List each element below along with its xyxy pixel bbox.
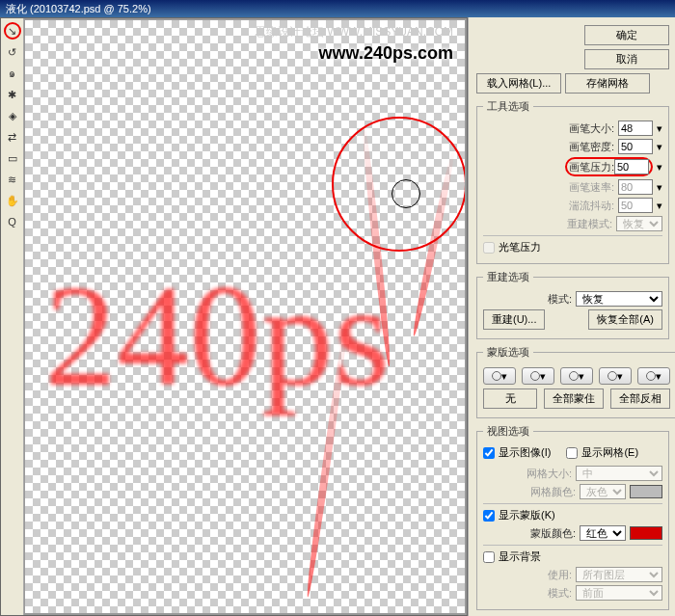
stepper-icon[interactable]: ▾ <box>657 122 662 135</box>
mask-mode-icon[interactable]: ▾ <box>483 367 516 385</box>
turb-jitter-label: 湍流抖动: <box>569 199 614 213</box>
watermark-site: 思缘设计论坛 WWW.MISSYUAN.COM <box>255 24 453 40</box>
brush-size-input[interactable] <box>618 121 653 136</box>
divider <box>483 503 662 504</box>
brush-pressure-label: 画笔压力: <box>569 160 614 174</box>
transparency-grid: 思缘设计论坛 WWW.MISSYUAN.COM www.240ps.com 24… <box>25 20 465 613</box>
divider <box>483 545 662 546</box>
cancel-button[interactable]: 取消 <box>584 49 669 69</box>
brush-pressure-input[interactable] <box>614 159 649 174</box>
turb-jitter-input <box>618 198 653 213</box>
view-options-group: 视图选项 显示图像(I) 显示网格(E) 网格大小:中 网格颜色:灰色 显示蒙版… <box>476 424 669 610</box>
push-left-tool[interactable]: ⇄ <box>4 128 21 146</box>
stylus-pressure-check <box>483 242 495 254</box>
twirl-tool[interactable]: ๑ <box>4 65 21 82</box>
brush-density-input[interactable] <box>618 139 653 154</box>
thaw-mask-tool[interactable]: Q <box>4 213 21 230</box>
tool-options-legend: 工具选项 <box>483 99 533 114</box>
canvas-area: ↘ ↺ ๑ ✱ ◈ ⇄ ▭ ≋ ✋ Q 思缘设计论坛 WWW.MISSYUAN.… <box>0 17 468 616</box>
restore-all-button[interactable]: 恢复全部(A) <box>588 309 662 330</box>
mask-mode-icon[interactable]: ▾ <box>522 367 554 385</box>
stepper-icon[interactable]: ▾ <box>657 161 662 174</box>
show-bg-label: 显示背景 <box>499 549 541 564</box>
mask-mode-icon[interactable]: ▾ <box>560 367 593 385</box>
brush-size-label: 画笔大小: <box>569 121 614 136</box>
mirror-tool[interactable]: ▭ <box>4 149 21 167</box>
reconstruct-tool[interactable]: ↺ <box>4 43 21 61</box>
reconstruct-mode2-select[interactable]: 恢复 <box>576 291 662 307</box>
show-mask-label: 显示蒙版(K) <box>499 508 555 522</box>
bg-mode-label: 模式: <box>548 586 572 601</box>
show-mesh-check[interactable] <box>566 447 578 459</box>
title-bar: 液化 (20103742.psd @ 75.2%) <box>0 0 675 17</box>
mask-mode-icon[interactable]: ▾ <box>637 367 670 385</box>
mask-color-label: 蒙版颜色: <box>530 526 576 541</box>
view-legend: 视图选项 <box>483 424 533 439</box>
ok-button[interactable]: 确定 <box>584 25 669 45</box>
turbulence-tool[interactable]: ≋ <box>4 171 21 188</box>
pucker-tool[interactable]: ✱ <box>4 86 21 103</box>
bloat-tool[interactable]: ◈ <box>4 107 21 124</box>
reconstruct-button[interactable]: 重建(U)... <box>483 309 545 330</box>
show-mesh-label: 显示网格(E) <box>581 445 638 460</box>
mask-legend: 蒙版选项 <box>483 345 533 360</box>
use-select: 所有图层 <box>576 567 662 582</box>
load-mesh-button[interactable]: 载入网格(L)... <box>476 73 561 94</box>
mask-invert-button[interactable]: 全部反相 <box>610 388 670 409</box>
mask-none-button[interactable]: 无 <box>483 388 537 409</box>
use-label: 使用: <box>548 568 572 582</box>
reconstruct-legend: 重建选项 <box>483 270 533 284</box>
reconstruct-mode-label: 重建模式: <box>567 217 612 231</box>
brush-rate-label: 画笔速率: <box>569 180 614 195</box>
watermark-logo: www.240ps.com <box>319 43 453 64</box>
options-panel: 确定 取消 载入网格(L)... 存储网格 工具选项 画笔大小:▾ 画笔密度:▾… <box>468 17 675 616</box>
show-mask-check[interactable] <box>483 510 495 522</box>
mask-all-button[interactable]: 全部蒙住 <box>544 388 604 409</box>
tool-toolbar: ↘ ↺ ๑ ✱ ◈ ⇄ ▭ ≋ ✋ Q <box>1 18 24 615</box>
mask-mode-icon[interactable]: ▾ <box>599 367 632 385</box>
canvas-viewport[interactable]: 思缘设计论坛 WWW.MISSYUAN.COM www.240ps.com 24… <box>25 20 465 613</box>
show-image-label: 显示图像(I) <box>499 445 551 460</box>
bg-mode-select: 前面 <box>576 585 662 601</box>
stylus-pressure-label: 光笔压力 <box>499 240 541 254</box>
title-text: 液化 (20103742.psd @ 75.2%) <box>6 2 151 16</box>
reconstruct-mode-select: 恢复 <box>616 216 662 231</box>
brush-density-label: 画笔密度: <box>569 140 614 154</box>
mask-color-swatch <box>630 526 662 540</box>
tool-options-group: 工具选项 画笔大小:▾ 画笔密度:▾ 画笔压力:▾ 画笔速率:▾ 湍流抖动:▾ … <box>476 99 669 264</box>
annotation-circle <box>332 117 465 252</box>
mesh-color-swatch <box>630 485 662 498</box>
forward-warp-tool[interactable]: ↘ <box>4 22 21 40</box>
mesh-color-select: 灰色 <box>580 484 626 499</box>
mask-color-select[interactable]: 红色 <box>580 525 626 541</box>
save-mesh-button[interactable]: 存储网格 <box>565 73 650 94</box>
reconstruct-options-group: 重建选项 模式:恢复 重建(U)... 恢复全部(A) <box>476 270 669 339</box>
stepper-icon: ▾ <box>657 181 662 194</box>
show-bg-check[interactable] <box>483 551 495 563</box>
mesh-size-label: 网格大小: <box>526 467 572 481</box>
mask-options-group: 蒙版选项 ▾ ▾ ▾ ▾ ▾ 无 全部蒙住 全部反相 <box>476 345 675 418</box>
stepper-icon[interactable]: ▾ <box>657 141 662 153</box>
mesh-size-select: 中 <box>576 466 662 481</box>
show-image-check[interactable] <box>483 447 495 459</box>
stepper-icon: ▾ <box>657 200 662 212</box>
brush-rate-input <box>618 179 653 195</box>
freeze-mask-tool[interactable]: ✋ <box>4 192 21 209</box>
reconstruct-mode2-label: 模式: <box>548 292 572 307</box>
divider <box>483 235 662 236</box>
mesh-color-label: 网格颜色: <box>530 485 576 499</box>
